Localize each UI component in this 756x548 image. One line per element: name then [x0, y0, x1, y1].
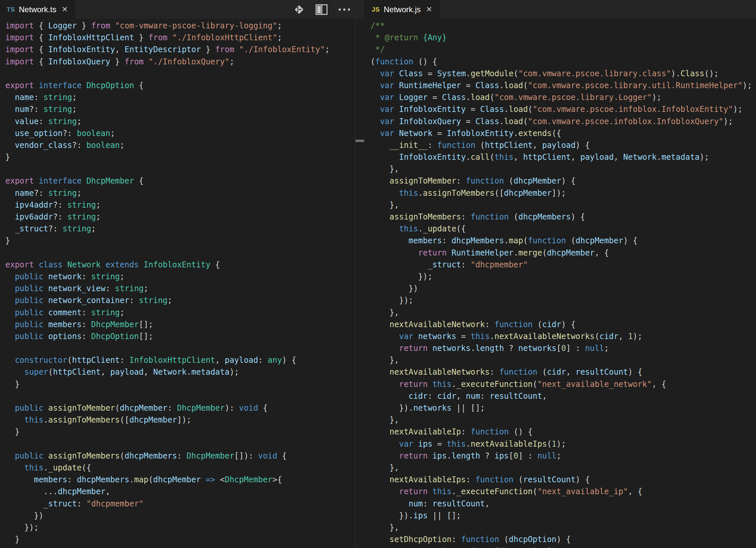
code-line: var Logger = Class.load("com.vmware.psco…	[370, 91, 756, 103]
tab-network-ts[interactable]: TS Network.ts ✕	[0, 0, 75, 19]
code-line: cidr: cidr, num: resultCount,	[370, 390, 756, 402]
code-line: import { InfobloxQuery } from "./Infoblo…	[5, 56, 355, 68]
code-line: nextAvailableIps: function (resultCount)…	[370, 474, 756, 486]
code-line	[5, 390, 355, 402]
code-line: InfobloxEntity.call(this, httpClient, pa…	[370, 151, 756, 163]
code-line: var RuntimeHelper = Class.load("com.vmwa…	[370, 80, 756, 91]
code-line: var networks = this.nextAvailableNetwork…	[370, 330, 756, 342]
code-line: this.assignToMembers([dhcpMember]);	[5, 414, 355, 426]
code-line: var InfobloxQuery = Class.load("com.vmwa…	[370, 116, 756, 127]
code-line	[5, 68, 355, 80]
code-line: })	[370, 283, 756, 294]
code-line: },	[370, 163, 756, 175]
code-line: num: resultCount,	[370, 498, 756, 510]
code-line: assignToMember: function (dhcpMember) {	[370, 175, 756, 187]
code-line: var Network = InfobloxEntity.extends({	[370, 127, 756, 139]
code-line: },	[370, 354, 756, 366]
code-line	[5, 247, 355, 259]
javascript-file-icon: JS	[372, 6, 380, 13]
code-line: return RuntimeHelper.merge(dhcpMember, {	[370, 247, 756, 259]
editor-group-right: JS Network.js ✕ /** * @return {Any} */(f…	[364, 0, 756, 548]
code-line: setDhcpOption: function (dhcpOption) {	[370, 533, 756, 545]
code-line: import { Logger } from "com-vmware-pscoe…	[5, 20, 355, 32]
code-editor-network-js[interactable]: /** * @return {Any} */(function () { var…	[365, 19, 756, 548]
code-line: public network_container: string;	[5, 294, 355, 306]
code-line: return networks.length ? networks[0] : n…	[370, 342, 756, 354]
code-line: return ips.length ? ips[0] : null;	[370, 450, 756, 462]
code-line: ipv6addr?: string;	[5, 211, 355, 223]
tab-network-js[interactable]: JS Network.js ✕	[365, 0, 440, 19]
tabbar-left: TS Network.ts ✕	[0, 0, 364, 19]
code-line: this.assignToMembers([dhcpMember]);	[370, 187, 756, 199]
code-line: }	[5, 426, 355, 438]
code-line: ipv4addr?: string;	[5, 199, 355, 211]
code-line: constructor(httpClient: InfobloxHttpClie…	[5, 354, 355, 366]
close-tab-icon[interactable]: ✕	[62, 6, 68, 13]
code-line: nextAvailableIp: function () {	[370, 426, 756, 438]
code-line: import { InfobloxEntity, EntityDescripto…	[5, 44, 355, 55]
code-line: _struct: "dhcpmember"	[5, 498, 355, 510]
code-line: name?: string;	[5, 187, 355, 199]
code-line: }	[5, 533, 355, 545]
code-line: var InfobloxEntity = Class.load("com.vmw…	[370, 103, 756, 115]
code-line: _struct?: string;	[5, 223, 355, 235]
tabbar-right: JS Network.js ✕	[365, 0, 756, 19]
code-editor-network-ts[interactable]: import { Logger } from "com-vmware-pscoe…	[0, 19, 355, 548]
typescript-file-icon: TS	[7, 6, 15, 13]
code-line: num?: string;	[5, 103, 355, 115]
code-line: }	[5, 151, 355, 163]
code-line: ...dhcpMember,	[5, 486, 355, 497]
code-line: (function () {	[370, 56, 756, 68]
code-line: __init__: function (httpClient, payload)…	[370, 139, 756, 151]
code-line: })	[5, 510, 355, 522]
code-line: public network_view: string;	[5, 283, 355, 294]
code-line: this._update({	[370, 223, 756, 235]
code-line	[5, 342, 355, 354]
code-line: value: string;	[5, 116, 355, 127]
tab-label: Network.ts	[19, 5, 56, 14]
code-line: vendor_class?: boolean;	[5, 139, 355, 151]
code-line: name: string;	[5, 91, 355, 103]
code-line: }	[5, 378, 355, 390]
code-line: */	[370, 44, 756, 55]
code-line: nextAvailableNetwork: function (cidr) {	[370, 319, 756, 330]
code-line: public members: DhcpMember[];	[5, 319, 355, 330]
scrollbar-handle[interactable]	[356, 140, 364, 142]
code-line: export class Network extends InfobloxEnt…	[5, 259, 355, 271]
code-line: });	[370, 271, 756, 283]
code-line: });	[370, 294, 756, 306]
code-line: assignToMembers: function (dhcpMembers) …	[370, 211, 756, 223]
code-line: },	[370, 307, 756, 319]
code-line: export interface DhcpOption {	[5, 80, 355, 91]
code-line: },	[370, 462, 756, 474]
code-line: },	[370, 414, 756, 426]
editor-actions	[293, 0, 364, 19]
tab-label: Network.js	[384, 5, 421, 14]
code-line: });	[5, 522, 355, 533]
code-line: public network: string;	[5, 271, 355, 283]
code-line: public assignToMembers(dhcpMembers: Dhcp…	[5, 450, 355, 462]
more-actions-icon[interactable]	[338, 8, 351, 11]
code-line: },	[370, 522, 756, 533]
split-editor-icon[interactable]	[316, 4, 327, 15]
code-line: public assignToMember(dhcpMember: DhcpMe…	[5, 402, 355, 414]
code-line: var ips = this.nextAvailableIps(1);	[370, 438, 756, 450]
code-line	[5, 163, 355, 175]
open-changes-git-icon[interactable]	[293, 4, 305, 16]
code-line: super(httpClient, payload, Network.metad…	[5, 366, 355, 378]
code-line: this._update({	[5, 462, 355, 474]
code-line: /**	[370, 20, 756, 32]
editor-divider[interactable]	[355, 19, 364, 548]
code-line: },	[370, 199, 756, 211]
code-line: return this._executeFunction("next_avail…	[370, 486, 756, 497]
code-line: public options: DhcpOption[];	[5, 330, 355, 342]
code-line: members: dhcpMembers.map(dhcpMember => <…	[5, 474, 355, 486]
code-line	[5, 438, 355, 450]
code-line: members: dhcpMembers.map(function (dhcpM…	[370, 235, 756, 247]
code-line: }	[5, 235, 355, 247]
code-line: nextAvailableNetworks: function (cidr, r…	[370, 366, 756, 378]
code-line: return this._executeFunction("next_avail…	[370, 378, 756, 390]
code-line: export interface DhcpMember {	[5, 175, 355, 187]
code-line: this.setDhcpOptions([dhcpOption]);	[370, 545, 756, 548]
close-tab-icon[interactable]: ✕	[426, 6, 432, 13]
